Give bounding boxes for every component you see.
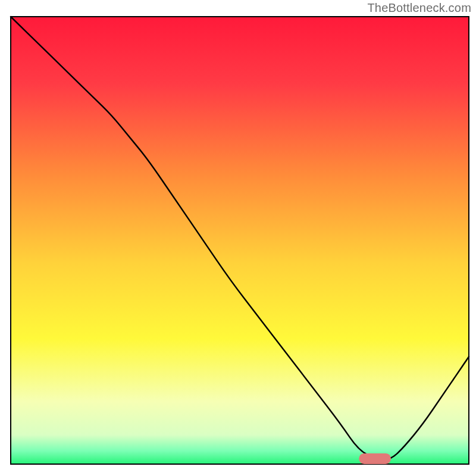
chart-frame: TheBottleneck.com	[0, 0, 476, 476]
optimal-marker	[359, 453, 391, 464]
bottleneck-plot	[0, 0, 476, 476]
